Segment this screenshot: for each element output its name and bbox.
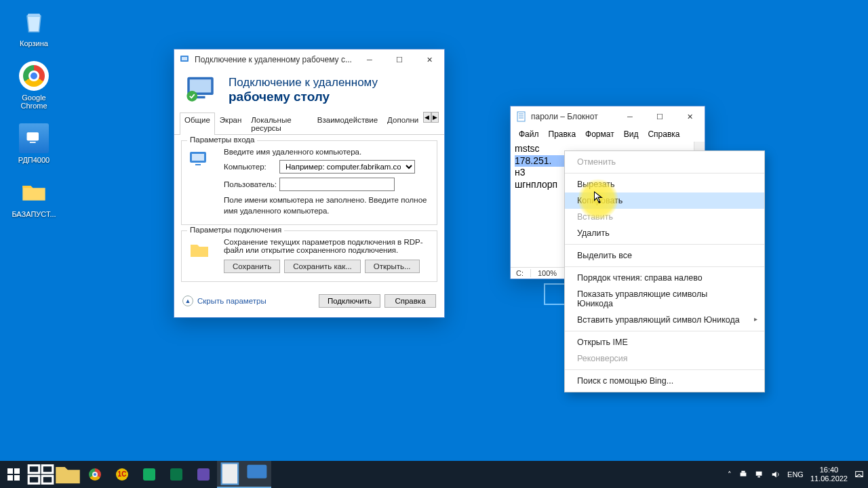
svg-rect-15 <box>14 475 20 481</box>
tab-display[interactable]: Экран <box>215 113 246 135</box>
start-button[interactable] <box>0 461 27 488</box>
taskbar-1c[interactable]: 1C <box>108 461 136 488</box>
conn-text: Сохранение текущих параметров подключени… <box>224 238 430 254</box>
svg-rect-14 <box>7 475 13 481</box>
desktop-icon-folder[interactable]: БАЗАПУСТ... <box>9 178 58 218</box>
svg-rect-3 <box>182 57 187 60</box>
taskbar-explorer[interactable] <box>54 461 81 488</box>
maximize-button[interactable]: ☐ <box>384 49 414 70</box>
tray-chevron-icon[interactable]: ˄ <box>728 470 732 479</box>
svg-rect-20 <box>222 463 238 484</box>
menu-format[interactable]: Формат <box>581 128 618 140</box>
tab-experience[interactable]: Взаимодействие <box>313 113 382 135</box>
tray-notifications-icon[interactable] <box>854 470 864 479</box>
system-tray: ˄ ENG 16:40 11.06.2022 <box>728 466 868 483</box>
context-menu-item: Реконверсия <box>565 350 764 367</box>
desktop-icon-label: РДП4000 <box>9 156 58 164</box>
svg-rect-1 <box>30 142 36 143</box>
recycle-bin-icon <box>19 7 49 37</box>
svg-rect-22 <box>741 472 747 476</box>
rdp-titlebar[interactable]: Подключение к удаленному рабочему с... ─… <box>174 49 444 70</box>
login-prompt: Введите имя удаленного компьютера. <box>224 148 430 156</box>
rdp-header-line1: Подключение к удаленному <box>229 76 378 89</box>
svg-rect-17 <box>42 466 53 473</box>
context-menu-item[interactable]: Порядок чтения: справа налево <box>565 270 764 286</box>
rdp-icon <box>19 123 49 153</box>
rdp-footer: ▲ Скрыть параметры Подключить Справка <box>174 287 444 317</box>
tray-language[interactable]: ENG <box>787 470 804 479</box>
svg-rect-23 <box>741 471 745 473</box>
desktop-icon-chrome[interactable]: Google Chrome <box>9 61 58 110</box>
taskbar-rdp[interactable] <box>244 461 271 488</box>
desktop-selection-marker <box>544 283 566 305</box>
login-group: Параметры входа Введите имя удаленного к… <box>181 140 437 225</box>
tray-clock[interactable]: 16:40 11.06.2022 <box>810 466 848 483</box>
rdp-title-icon <box>180 54 191 65</box>
tray-volume-icon[interactable] <box>771 470 781 479</box>
context-menu-item: Отменить <box>565 154 764 170</box>
taskbar-notepad[interactable] <box>217 461 244 488</box>
taskbar: 1C ˄ ENG 16:40 11.06.2022 <box>0 461 868 488</box>
tab-local-resources[interactable]: Локальные ресурсы <box>246 113 313 135</box>
menu-file[interactable]: Файл <box>515 128 543 140</box>
svg-rect-19 <box>42 476 53 483</box>
rdp-window: Подключение к удаленному рабочему с... ─… <box>174 49 445 318</box>
menu-view[interactable]: Вид <box>620 128 643 140</box>
context-menu-item[interactable]: Показать управляющие символы Юникода <box>565 286 764 312</box>
svg-rect-5 <box>190 79 212 92</box>
computer-field[interactable]: Например: computer.fabrikam.com <box>279 160 415 174</box>
close-button[interactable]: ✕ <box>414 49 444 70</box>
svg-rect-18 <box>28 476 39 483</box>
save-button[interactable]: Сохранить <box>224 260 280 273</box>
context-menu-item[interactable]: Удалить <box>565 225 764 241</box>
open-button[interactable]: Открыть... <box>365 260 420 273</box>
rdp-title-text: Подключение к удаленному рабочему с... <box>195 55 355 64</box>
status-col-label: С: <box>516 269 530 277</box>
tray-network-icon[interactable] <box>755 470 764 479</box>
context-menu-item[interactable]: Поиск с помощью Bing... <box>565 373 764 389</box>
notepad-titlebar[interactable]: пароли – Блокнот ─ ☐ ✕ <box>511 106 705 127</box>
svg-point-7 <box>186 91 197 102</box>
user-label: Пользователь: <box>224 180 279 188</box>
svg-rect-10 <box>195 164 201 165</box>
minimize-button[interactable]: ─ <box>615 106 645 127</box>
svg-rect-13 <box>14 468 20 474</box>
context-menu: ОтменитьВырезатьКопироватьВставитьУдалит… <box>564 150 765 392</box>
user-field[interactable] <box>279 178 395 191</box>
menu-help[interactable]: Справка <box>644 128 684 140</box>
taskbar-app-green[interactable] <box>136 461 163 488</box>
desktop-icon-label: БАЗАПУСТ... <box>9 210 58 218</box>
svg-rect-11 <box>517 112 525 121</box>
notepad-menubar: Файл Правка Формат Вид Справка <box>511 127 705 142</box>
save-as-button[interactable]: Сохранить как... <box>284 260 361 273</box>
minimize-button[interactable]: ─ <box>355 49 384 70</box>
folder-icon <box>19 178 49 207</box>
desktop-icon-recycle-bin[interactable]: Корзина <box>9 7 58 47</box>
tab-scroll-left[interactable]: ◀ <box>423 112 431 123</box>
tab-scroll-right[interactable]: ▶ <box>431 112 439 123</box>
tab-advanced[interactable]: Дополни <box>382 113 423 135</box>
desktop-icon-rdp[interactable]: РДП4000 <box>9 123 58 164</box>
connection-group: Параметры подключения Сохранение текущих… <box>181 230 437 282</box>
context-menu-item[interactable]: Открыть IME <box>565 334 764 350</box>
svg-rect-16 <box>28 466 39 473</box>
context-menu-item[interactable]: Копировать <box>565 192 764 209</box>
tray-printer-icon[interactable] <box>738 470 748 479</box>
taskbar-app-purple[interactable] <box>190 461 217 488</box>
menu-edit[interactable]: Правка <box>545 128 580 140</box>
context-menu-item[interactable]: Вырезать <box>565 176 764 192</box>
context-menu-item[interactable]: Вставить управляющий символ Юникода <box>565 312 764 328</box>
taskbar-app-green2[interactable] <box>163 461 190 488</box>
connect-button[interactable]: Подключить <box>319 294 380 308</box>
help-button[interactable]: Справка <box>384 294 436 308</box>
task-view-button[interactable] <box>27 461 54 488</box>
taskbar-chrome[interactable] <box>81 461 108 488</box>
hide-options-link[interactable]: ▲ Скрыть параметры <box>182 296 267 306</box>
rdp-header-icon <box>184 74 222 106</box>
context-menu-item[interactable]: Выделить все <box>565 247 764 264</box>
close-button[interactable]: ✕ <box>675 106 705 127</box>
status-col-value: 100% <box>530 269 564 277</box>
tab-general[interactable]: Общие <box>180 113 215 135</box>
svg-rect-9 <box>192 154 204 161</box>
maximize-button[interactable]: ☐ <box>645 106 675 127</box>
